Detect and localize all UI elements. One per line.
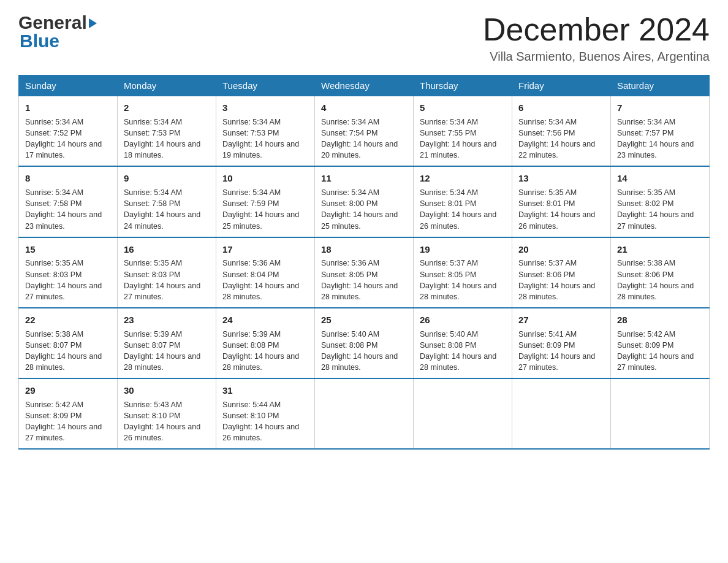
table-row: 12 Sunrise: 5:34 AMSunset: 8:01 PMDaylig… bbox=[414, 166, 512, 237]
table-row: 27 Sunrise: 5:41 AMSunset: 8:09 PMDaylig… bbox=[512, 308, 611, 378]
day-number: 18 bbox=[321, 243, 407, 256]
day-number: 22 bbox=[25, 313, 111, 327]
week-row-2: 8 Sunrise: 5:34 AMSunset: 7:58 PMDayligh… bbox=[19, 166, 710, 237]
day-info: Sunrise: 5:34 AMSunset: 7:56 PMDaylight:… bbox=[518, 118, 595, 159]
table-row: 7 Sunrise: 5:34 AMSunset: 7:57 PMDayligh… bbox=[611, 96, 710, 167]
day-info: Sunrise: 5:34 AMSunset: 7:57 PMDaylight:… bbox=[617, 118, 694, 159]
week-row-4: 22 Sunrise: 5:38 AMSunset: 8:07 PMDaylig… bbox=[19, 308, 710, 378]
table-row: 29 Sunrise: 5:42 AMSunset: 8:09 PMDaylig… bbox=[19, 378, 118, 449]
day-number: 9 bbox=[124, 172, 210, 185]
table-row: 30 Sunrise: 5:43 AMSunset: 8:10 PMDaylig… bbox=[118, 378, 216, 449]
title-section: December 2024 Villa Sarmiento, Buenos Ai… bbox=[483, 12, 710, 64]
day-info: Sunrise: 5:34 AMSunset: 7:58 PMDaylight:… bbox=[25, 188, 102, 230]
header-thursday: Thursday bbox=[414, 75, 512, 96]
day-info: Sunrise: 5:37 AMSunset: 8:05 PMDaylight:… bbox=[420, 259, 496, 301]
day-info: Sunrise: 5:34 AMSunset: 7:59 PMDaylight:… bbox=[222, 188, 299, 230]
table-row bbox=[315, 378, 414, 449]
day-number: 19 bbox=[420, 243, 506, 256]
page-header: General Blue December 2024 Villa Sarmien… bbox=[18, 12, 710, 64]
location-subtitle: Villa Sarmiento, Buenos Aires, Argentina bbox=[483, 50, 710, 64]
table-row: 14 Sunrise: 5:35 AMSunset: 8:02 PMDaylig… bbox=[611, 166, 710, 237]
day-number: 28 bbox=[617, 313, 703, 327]
logo-blue: Blue bbox=[20, 31, 59, 51]
table-row bbox=[414, 378, 512, 449]
table-row: 5 Sunrise: 5:34 AMSunset: 7:55 PMDayligh… bbox=[414, 96, 512, 167]
table-row: 17 Sunrise: 5:36 AMSunset: 8:04 PMDaylig… bbox=[216, 237, 315, 308]
table-row: 25 Sunrise: 5:40 AMSunset: 8:08 PMDaylig… bbox=[315, 308, 414, 378]
table-row: 24 Sunrise: 5:39 AMSunset: 8:08 PMDaylig… bbox=[216, 308, 315, 378]
table-row: 2 Sunrise: 5:34 AMSunset: 7:53 PMDayligh… bbox=[118, 96, 216, 167]
day-info: Sunrise: 5:37 AMSunset: 8:06 PMDaylight:… bbox=[518, 259, 595, 301]
header-tuesday: Tuesday bbox=[216, 75, 315, 96]
day-number: 11 bbox=[321, 172, 407, 185]
day-number: 5 bbox=[420, 101, 506, 115]
day-number: 1 bbox=[25, 101, 111, 115]
day-number: 4 bbox=[321, 101, 407, 115]
day-info: Sunrise: 5:34 AMSunset: 8:01 PMDaylight:… bbox=[420, 188, 496, 230]
header-monday: Monday bbox=[118, 75, 216, 96]
day-number: 25 bbox=[321, 313, 407, 327]
day-info: Sunrise: 5:44 AMSunset: 8:10 PMDaylight:… bbox=[222, 400, 299, 442]
day-info: Sunrise: 5:34 AMSunset: 7:58 PMDaylight:… bbox=[124, 188, 200, 230]
day-number: 7 bbox=[617, 101, 703, 115]
day-info: Sunrise: 5:35 AMSunset: 8:03 PMDaylight:… bbox=[25, 259, 102, 301]
table-row: 19 Sunrise: 5:37 AMSunset: 8:05 PMDaylig… bbox=[414, 237, 512, 308]
week-row-1: 1 Sunrise: 5:34 AMSunset: 7:52 PMDayligh… bbox=[19, 96, 710, 167]
day-info: Sunrise: 5:38 AMSunset: 8:06 PMDaylight:… bbox=[617, 259, 694, 301]
day-number: 12 bbox=[420, 172, 506, 185]
day-number: 3 bbox=[222, 101, 308, 115]
table-row: 22 Sunrise: 5:38 AMSunset: 8:07 PMDaylig… bbox=[19, 308, 118, 378]
day-info: Sunrise: 5:34 AMSunset: 7:52 PMDaylight:… bbox=[25, 118, 102, 159]
day-number: 23 bbox=[124, 313, 210, 327]
day-number: 13 bbox=[518, 172, 604, 185]
calendar-table: Sunday Monday Tuesday Wednesday Thursday… bbox=[18, 75, 710, 450]
day-info: Sunrise: 5:41 AMSunset: 8:09 PMDaylight:… bbox=[518, 330, 595, 372]
table-row: 10 Sunrise: 5:34 AMSunset: 7:59 PMDaylig… bbox=[216, 166, 315, 237]
table-row: 23 Sunrise: 5:39 AMSunset: 8:07 PMDaylig… bbox=[118, 308, 216, 378]
week-row-5: 29 Sunrise: 5:42 AMSunset: 8:09 PMDaylig… bbox=[19, 378, 710, 449]
day-info: Sunrise: 5:38 AMSunset: 8:07 PMDaylight:… bbox=[25, 330, 102, 372]
day-number: 14 bbox=[617, 172, 703, 185]
header-sunday: Sunday bbox=[19, 75, 118, 96]
day-number: 17 bbox=[222, 243, 308, 256]
month-title: December 2024 bbox=[483, 12, 710, 47]
day-number: 16 bbox=[124, 243, 210, 256]
table-row: 8 Sunrise: 5:34 AMSunset: 7:58 PMDayligh… bbox=[19, 166, 118, 237]
table-row: 4 Sunrise: 5:34 AMSunset: 7:54 PMDayligh… bbox=[315, 96, 414, 167]
day-info: Sunrise: 5:34 AMSunset: 7:54 PMDaylight:… bbox=[321, 118, 398, 159]
day-info: Sunrise: 5:34 AMSunset: 7:53 PMDaylight:… bbox=[124, 118, 200, 159]
header-wednesday: Wednesday bbox=[315, 75, 414, 96]
day-number: 27 bbox=[518, 313, 604, 327]
table-row: 31 Sunrise: 5:44 AMSunset: 8:10 PMDaylig… bbox=[216, 378, 315, 449]
table-row: 26 Sunrise: 5:40 AMSunset: 8:08 PMDaylig… bbox=[414, 308, 512, 378]
header-friday: Friday bbox=[512, 75, 611, 96]
day-number: 26 bbox=[420, 313, 506, 327]
week-row-3: 15 Sunrise: 5:35 AMSunset: 8:03 PMDaylig… bbox=[19, 237, 710, 308]
day-info: Sunrise: 5:35 AMSunset: 8:02 PMDaylight:… bbox=[617, 188, 694, 230]
day-info: Sunrise: 5:39 AMSunset: 8:08 PMDaylight:… bbox=[222, 330, 299, 372]
day-number: 31 bbox=[222, 384, 308, 397]
day-info: Sunrise: 5:40 AMSunset: 8:08 PMDaylight:… bbox=[321, 330, 398, 372]
table-row: 3 Sunrise: 5:34 AMSunset: 7:53 PMDayligh… bbox=[216, 96, 315, 167]
table-row: 20 Sunrise: 5:37 AMSunset: 8:06 PMDaylig… bbox=[512, 237, 611, 308]
day-info: Sunrise: 5:34 AMSunset: 7:53 PMDaylight:… bbox=[222, 118, 299, 159]
table-row: 13 Sunrise: 5:35 AMSunset: 8:01 PMDaylig… bbox=[512, 166, 611, 237]
table-row: 15 Sunrise: 5:35 AMSunset: 8:03 PMDaylig… bbox=[19, 237, 118, 308]
table-row: 6 Sunrise: 5:34 AMSunset: 7:56 PMDayligh… bbox=[512, 96, 611, 167]
day-info: Sunrise: 5:34 AMSunset: 8:00 PMDaylight:… bbox=[321, 188, 398, 230]
table-row: 21 Sunrise: 5:38 AMSunset: 8:06 PMDaylig… bbox=[611, 237, 710, 308]
table-row: 18 Sunrise: 5:36 AMSunset: 8:05 PMDaylig… bbox=[315, 237, 414, 308]
table-row: 9 Sunrise: 5:34 AMSunset: 7:58 PMDayligh… bbox=[118, 166, 216, 237]
day-info: Sunrise: 5:42 AMSunset: 8:09 PMDaylight:… bbox=[25, 400, 102, 442]
table-row: 11 Sunrise: 5:34 AMSunset: 8:00 PMDaylig… bbox=[315, 166, 414, 237]
day-number: 15 bbox=[25, 243, 111, 256]
day-info: Sunrise: 5:35 AMSunset: 8:01 PMDaylight:… bbox=[518, 188, 595, 230]
day-number: 30 bbox=[124, 384, 210, 397]
day-number: 24 bbox=[222, 313, 308, 327]
day-number: 20 bbox=[518, 243, 604, 256]
day-number: 6 bbox=[518, 101, 604, 115]
table-row: 1 Sunrise: 5:34 AMSunset: 7:52 PMDayligh… bbox=[19, 96, 118, 167]
table-row: 28 Sunrise: 5:42 AMSunset: 8:09 PMDaylig… bbox=[611, 308, 710, 378]
day-number: 8 bbox=[25, 172, 111, 185]
logo-triangle-icon bbox=[89, 18, 97, 28]
